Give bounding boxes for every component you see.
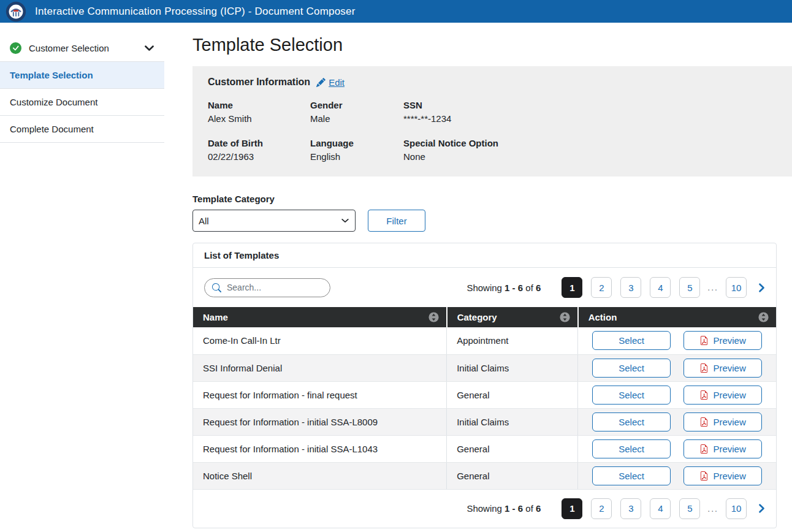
- pdf-file-icon: [699, 390, 709, 400]
- filter-button[interactable]: Filter: [368, 210, 425, 232]
- template-category-cell: General: [447, 462, 578, 489]
- field-value: ****-**-1234: [403, 113, 588, 124]
- table-row: Request for Information - final request …: [193, 381, 776, 408]
- table-row: Come-In Call-In Ltr Appointment Select P…: [193, 327, 776, 354]
- template-category-select[interactable]: All: [192, 210, 356, 232]
- column-header-action[interactable]: Action: [578, 307, 776, 327]
- field-label: SSN: [403, 100, 588, 110]
- sort-icon[interactable]: [428, 312, 439, 322]
- table-footer: Showing 1 - 6 of 6 12345...10: [193, 490, 776, 528]
- sidebar-item-label: Customer Selection: [29, 43, 109, 53]
- field-value: English: [310, 151, 403, 162]
- select-button[interactable]: Select: [592, 386, 671, 405]
- pagination: 12345...10: [562, 277, 768, 298]
- table-row: Notice Shell General Select Preview: [193, 462, 776, 489]
- steps-sidebar: Customer Selection Template Selection Cu…: [0, 23, 164, 143]
- pagination-page-4[interactable]: 4: [650, 498, 671, 519]
- list-of-templates-card: List of Templates Showing 1 - 6 of 6 12: [192, 243, 777, 528]
- pagination-page-5[interactable]: 5: [679, 277, 700, 298]
- sidebar-item-label: Customize Document: [10, 97, 97, 107]
- pagination-ellipsis: ...: [707, 283, 718, 292]
- chevron-down-icon[interactable]: [144, 43, 154, 53]
- select-button[interactable]: Select: [592, 331, 671, 350]
- pagination-page-1[interactable]: 1: [562, 498, 582, 519]
- pagination-page-10[interactable]: 10: [726, 498, 747, 519]
- field-special-notice-option: Special Notice Option None: [403, 138, 588, 162]
- template-name-cell: Request for Information - initial SSA-L8…: [193, 408, 447, 435]
- template-category-cell: General: [447, 381, 578, 408]
- app-header: Interactive Communication Processing (IC…: [0, 0, 792, 23]
- sort-icon[interactable]: [560, 312, 570, 322]
- template-category-cell: Initial Claims: [447, 354, 578, 381]
- pagination-page-4[interactable]: 4: [650, 277, 671, 298]
- app-title: Interactive Communication Processing (IC…: [35, 6, 356, 18]
- pencil-icon: [316, 78, 326, 87]
- preview-button[interactable]: Preview: [683, 331, 762, 350]
- main-content: Template Selection Customer Information …: [164, 23, 792, 532]
- sidebar-item-customer-selection[interactable]: Customer Selection: [0, 35, 164, 62]
- field-name: Name Alex Smith: [208, 100, 310, 124]
- field-label: Special Notice Option: [403, 138, 588, 148]
- preview-button[interactable]: Preview: [683, 359, 762, 378]
- pagination-next-button[interactable]: [755, 281, 768, 294]
- pagination-page-5[interactable]: 5: [679, 498, 700, 519]
- field-date-of-birth: Date of Birth 02/22/1963: [208, 138, 310, 162]
- column-header-name[interactable]: Name: [193, 307, 447, 327]
- template-category-cell: Appointment: [447, 327, 578, 354]
- pagination-page-3[interactable]: 3: [620, 277, 641, 298]
- preview-button[interactable]: Preview: [683, 386, 762, 405]
- template-name-cell: SSI Informal Denial: [193, 354, 447, 381]
- table-row: SSI Informal Denial Initial Claims Selec…: [193, 354, 776, 381]
- sidebar-item-label: Template Selection: [10, 70, 93, 80]
- pdf-file-icon: [699, 336, 709, 345]
- table-row: Request for Information - initial SSA-L8…: [193, 408, 776, 435]
- select-button[interactable]: Select: [592, 466, 671, 485]
- customer-information-title: Customer Information: [208, 77, 310, 88]
- pagination-ellipsis: ...: [707, 504, 718, 514]
- pagination-page-3[interactable]: 3: [620, 498, 641, 519]
- field-gender: Gender Male: [310, 100, 403, 124]
- edit-link-label: Edit: [329, 77, 345, 88]
- table-header-row: Name Category: [193, 307, 776, 327]
- select-button[interactable]: Select: [592, 412, 671, 431]
- pagination-page-1[interactable]: 1: [562, 277, 582, 298]
- check-circle-icon: [10, 42, 21, 54]
- edit-customer-link[interactable]: Edit: [316, 77, 345, 88]
- pdf-file-icon: [699, 417, 709, 427]
- select-button[interactable]: Select: [592, 439, 671, 458]
- column-header-category[interactable]: Category: [447, 307, 578, 327]
- sidebar-item-customize-document[interactable]: Customize Document: [0, 89, 164, 116]
- page-title: Template Selection: [192, 35, 792, 55]
- field-label: Name: [208, 100, 310, 110]
- template-name-cell: Notice Shell: [193, 462, 447, 489]
- template-filter-section: Template Category All Filter: [192, 194, 792, 232]
- sidebar-item-label: Complete Document: [10, 124, 94, 134]
- showing-summary: Showing 1 - 6 of 6: [466, 283, 541, 293]
- template-category-cell: Initial Claims: [447, 408, 578, 435]
- templates-table: Name Category: [193, 307, 776, 490]
- select-button[interactable]: Select: [592, 359, 671, 378]
- search-input[interactable]: [204, 278, 330, 297]
- pdf-file-icon: [699, 363, 709, 373]
- sort-icon[interactable]: [758, 312, 769, 322]
- templates-table-body: Come-In Call-In Ltr Appointment Select P…: [193, 327, 776, 489]
- field-value: Alex Smith: [208, 113, 310, 124]
- sidebar-item-template-selection[interactable]: Template Selection: [0, 62, 164, 89]
- pagination-page-2[interactable]: 2: [591, 277, 612, 298]
- pagination-page-10[interactable]: 10: [726, 277, 747, 298]
- pagination: 12345...10: [562, 498, 768, 519]
- field-value: 02/22/1963: [208, 151, 310, 162]
- preview-button[interactable]: Preview: [683, 466, 762, 485]
- pagination-next-button[interactable]: [755, 502, 768, 515]
- field-value: None: [403, 151, 588, 162]
- template-category-cell: General: [447, 435, 578, 462]
- search-icon: [212, 283, 221, 292]
- preview-button[interactable]: Preview: [683, 412, 762, 431]
- template-name-cell: Request for Information - initial SSA-L1…: [193, 435, 447, 462]
- pdf-file-icon: [699, 444, 709, 454]
- pdf-file-icon: [699, 471, 709, 481]
- sidebar-item-complete-document[interactable]: Complete Document: [0, 116, 164, 143]
- pagination-page-2[interactable]: 2: [591, 498, 612, 519]
- preview-button[interactable]: Preview: [683, 439, 762, 458]
- field-value: Male: [310, 113, 403, 124]
